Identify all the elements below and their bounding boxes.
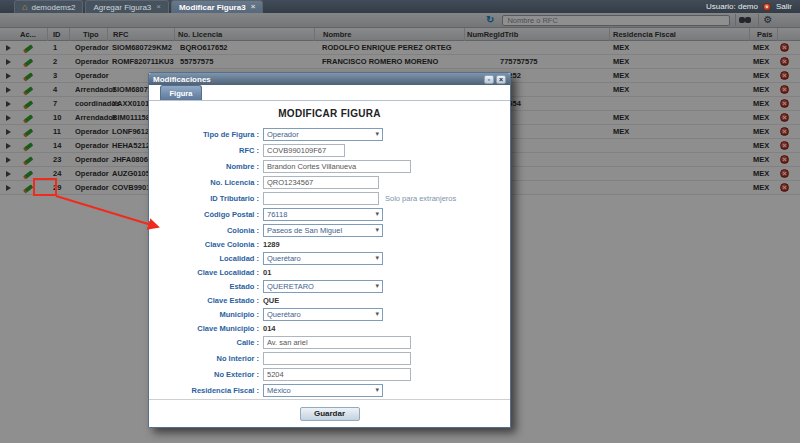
modal-body: MODIFICAR FIGURA Tipo de Figura :Operado…: [149, 101, 510, 398]
clave-estado-value: QUE: [263, 296, 279, 305]
user-label: Usuario: demo: [706, 2, 758, 11]
form-heading: MODIFICAR FIGURA: [149, 108, 510, 119]
no-exterior-label: No Exterior :: [149, 370, 263, 379]
tab-demodems2[interactable]: ⌂ demodems2: [14, 0, 83, 13]
estado-select[interactable]: QUERETARO: [263, 280, 383, 293]
form-fields: Tipo de Figura :OperadorRFC :Nombre :No.…: [149, 126, 510, 398]
modal-tab-strip: Figura: [149, 85, 510, 101]
form-row: Clave Localidad :01: [149, 266, 510, 278]
tab-label: demodems2: [31, 3, 75, 12]
close-icon[interactable]: ×: [156, 3, 161, 11]
logout-button[interactable]: Salir: [776, 2, 792, 11]
logout-icon[interactable]: [763, 3, 771, 11]
user-area: Usuario: demo Salir: [706, 0, 800, 13]
tipo-de-figura-label: Tipo de Figura :: [149, 130, 263, 139]
no-interior-field[interactable]: [263, 352, 411, 365]
municipio-select[interactable]: Querétaro: [263, 308, 383, 321]
clave-estado-label: Clave Estado :: [149, 296, 263, 305]
clave-localidad-value: 01: [263, 268, 271, 277]
tab-modificar-figura3[interactable]: Modificar Figura3 ×: [171, 0, 263, 13]
clave-municipio-value: 014: [263, 324, 276, 333]
form-row: Clave Colonia :1289: [149, 238, 510, 250]
no-licencia-field[interactable]: [263, 176, 379, 189]
localidad-value: Querétaro: [267, 254, 373, 263]
residencia-fiscal-select[interactable]: México: [263, 384, 383, 397]
tab-label: Modificar Figura3: [179, 3, 246, 12]
tipo-de-figura-select[interactable]: Operador: [263, 128, 383, 141]
form-row: Tipo de Figura :Operador: [149, 126, 510, 142]
form-row: Municipio :Querétaro: [149, 306, 510, 322]
form-row: Colonia :Paseos de San Miguel: [149, 222, 510, 238]
codigo-postal-select[interactable]: 76118: [263, 208, 383, 221]
form-row: Código Postal :76118: [149, 206, 510, 222]
localidad-label: Localidad :: [149, 254, 263, 263]
rfc-field[interactable]: [263, 144, 345, 157]
estado-value: QUERETARO: [267, 282, 373, 291]
localidad-select[interactable]: Querétaro: [263, 252, 383, 265]
clave-municipio-label: Clave Municipio :: [149, 324, 263, 333]
municipio-value: Querétaro: [267, 310, 373, 319]
minimize-icon[interactable]: [484, 75, 494, 84]
municipio-label: Municipio :: [149, 310, 263, 319]
clave-localidad-label: Clave Localidad :: [149, 268, 263, 277]
no-exterior-field[interactable]: [263, 368, 411, 381]
modal-modificaciones: Modificaciones Figura MODIFICAR FIGURA T…: [148, 72, 511, 428]
form-row: RFC :: [149, 142, 510, 158]
tabs: ⌂ demodems2 Agregar Figura3 × Modificar …: [14, 0, 263, 13]
calle-label: Calle :: [149, 338, 263, 347]
guardar-button[interactable]: Guardar: [300, 407, 360, 421]
form-row: Clave Municipio :014: [149, 322, 510, 334]
no-licencia-label: No. Licencia :: [149, 178, 263, 187]
clave-colonia-label: Clave Colonia :: [149, 240, 263, 249]
close-icon[interactable]: [496, 75, 506, 84]
top-tab-bar: ⌂ demodems2 Agregar Figura3 × Modificar …: [0, 0, 800, 13]
form-row: Nombre :: [149, 158, 510, 174]
calle-field[interactable]: [263, 336, 411, 349]
form-row: Calle :: [149, 334, 510, 350]
nombre-label: Nombre :: [149, 162, 263, 171]
form-row: No. Licencia :: [149, 174, 510, 190]
form-row: Estado :QUERETARO: [149, 278, 510, 294]
modal-footer: Guardar: [149, 399, 510, 427]
clave-colonia-value: 1289: [263, 240, 280, 249]
form-row: ID Tributario :Solo para extranjeros: [149, 190, 510, 206]
form-row: Residencia Fiscal :México: [149, 382, 510, 398]
form-row: No Interior :: [149, 350, 510, 366]
form-row: Localidad :Querétaro: [149, 250, 510, 266]
nombre-field[interactable]: [263, 160, 411, 173]
tipo-de-figura-value: Operador: [267, 130, 373, 139]
estado-label: Estado :: [149, 282, 263, 291]
rfc-label: RFC :: [149, 146, 263, 155]
colonia-select[interactable]: Paseos de San Miguel: [263, 224, 383, 237]
modal-title-bar[interactable]: Modificaciones: [149, 73, 510, 85]
colonia-value: Paseos de San Miguel: [267, 226, 373, 235]
id-tributario-field[interactable]: [263, 192, 379, 205]
residencia-fiscal-label: Residencia Fiscal :: [149, 386, 263, 395]
highlight-arrow: [52, 192, 172, 236]
modal-title: Modificaciones: [153, 75, 482, 84]
no-interior-label: No Interior :: [149, 354, 263, 363]
form-row: Clave Estado :QUE: [149, 294, 510, 306]
home-icon: ⌂: [22, 3, 27, 12]
close-icon[interactable]: ×: [251, 3, 256, 11]
codigo-postal-value: 76118: [267, 210, 373, 219]
form-row: No Exterior :: [149, 366, 510, 382]
id-tributario-hint: Solo para extranjeros: [385, 194, 456, 203]
tab-label: Agregar Figura3: [93, 3, 151, 12]
residencia-fiscal-value: México: [267, 386, 373, 395]
tab-agregar-figura3[interactable]: Agregar Figura3 ×: [85, 0, 168, 13]
tab-figura[interactable]: Figura: [160, 85, 202, 100]
